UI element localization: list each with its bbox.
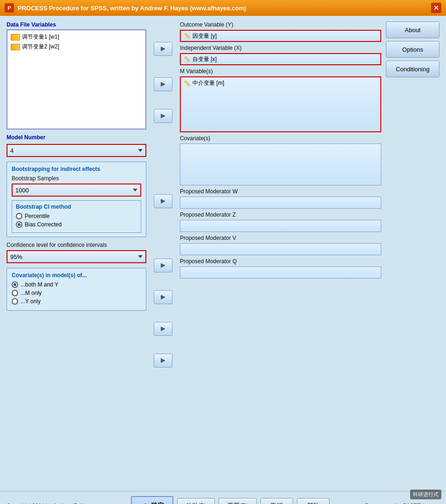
reset-button[interactable]: 重置(R) <box>219 498 257 504</box>
svg-marker-3 <box>161 199 165 204</box>
bootstrap-samples-label: Bootstrap Samples <box>12 175 141 182</box>
title-bar: P PROCESS Procedure for SPSS, written by… <box>0 0 446 16</box>
data-file-label: Data File Variables <box>7 21 146 28</box>
m-variable-value: 中介变量 [m] <box>192 79 224 87</box>
list-item[interactable]: 📏 调节变量1 [w1] <box>9 32 144 42</box>
ci-method-box: Bootstrap CI method Percentile Bias Corr… <box>12 200 141 233</box>
bootstrap-dropdown-arrow-icon <box>133 189 137 191</box>
ruler-icon-y: 📏 <box>184 33 191 39</box>
svg-marker-4 <box>161 263 165 268</box>
independent-variable-section: Independent Variable (X) 📏 自变量 [x] <box>180 45 381 65</box>
app-icon: P <box>5 3 14 13</box>
list-item[interactable]: 📏 调节变量2 [w2] <box>9 42 144 52</box>
bootstrap-samples-dropdown[interactable]: 1000 <box>12 184 141 197</box>
covariates-field[interactable] <box>180 143 381 185</box>
bootstrap-group-label: Bootstrapping for indirect effects <box>12 166 141 172</box>
covariates-section: Covariate(s) <box>180 135 381 185</box>
outcome-variable-label: Outcome Variable (Y) <box>180 21 381 28</box>
moderator-w-label: Proposed Moderator W <box>180 188 381 195</box>
arrow-independent-button[interactable] <box>154 77 172 91</box>
moderator-w-section: Proposed Moderator W <box>180 188 381 209</box>
moderator-q-section: Proposed Moderator Q <box>180 258 381 279</box>
ruler-icon-m: 📏 <box>184 80 191 87</box>
left-column: Data File Variables 📏 调节变量1 [w1] 📏 调节变量2… <box>7 21 146 485</box>
moderator-v-section: Proposed Moderator V <box>180 235 381 255</box>
conditioning-button[interactable]: Conditioning <box>386 61 439 77</box>
independent-variable-label: Independent Variable (X) <box>180 45 381 51</box>
close-button[interactable]: ✕ <box>431 3 441 13</box>
svg-marker-2 <box>161 114 165 118</box>
arrow-moderator-z-button[interactable] <box>154 290 172 304</box>
confidence-label: Confidence level for confidence interval… <box>7 242 146 248</box>
about-button[interactable]: About <box>386 21 439 38</box>
variable-list[interactable]: 📏 调节变量1 [w1] 📏 调节变量2 [w2] <box>7 29 146 129</box>
both-my-radio-row[interactable]: ...both M and Y <box>12 281 141 288</box>
moderator-v-label: Proposed Moderator V <box>180 235 381 241</box>
bottom-buttons: ➜ 确定 粘贴(P) 重置(R) 取消 帮助 <box>96 496 365 504</box>
percentile-radio-row[interactable]: Percentile <box>16 213 137 219</box>
svg-marker-6 <box>161 327 165 331</box>
ruler-icon-1: 📏 <box>11 34 20 41</box>
arrow-moderator-q-button[interactable] <box>154 354 172 368</box>
bootstrap-samples-value: 1000 <box>15 187 29 194</box>
bootstrap-section: Bootstrapping for indirect effects Boots… <box>7 162 146 237</box>
covariates-label: Covariate(s) <box>180 135 381 142</box>
var-name-2: 调节变量2 [w2] <box>22 43 59 51</box>
m-variables-field[interactable]: 📏 中介变量 [m] <box>180 76 381 132</box>
moderator-w-field[interactable] <box>180 197 381 209</box>
y-only-radio[interactable] <box>12 298 18 305</box>
outcome-variable-field[interactable]: 📏 因变量 [y] <box>180 30 381 42</box>
arrow-moderator-w-button[interactable] <box>154 259 172 272</box>
m-only-radio-row[interactable]: ...M only <box>12 290 141 296</box>
arrow-outcome-button[interactable] <box>154 42 172 56</box>
m-only-radio[interactable] <box>12 290 18 296</box>
bias-corrected-radio[interactable] <box>16 221 22 228</box>
moderator-z-field[interactable] <box>180 220 381 232</box>
moderator-q-field[interactable] <box>180 266 381 279</box>
arrow-covariates-button[interactable] <box>154 194 172 208</box>
moderator-z-section: Proposed Moderator Z <box>180 211 381 232</box>
m-variables-label: M Variable(s) <box>180 68 381 75</box>
covariate-model-label: Covariate(s) in model(s) of... <box>12 272 141 279</box>
bottom-bar: Copyright 2014 by Andrew F. Hayes ➜ 确定 粘… <box>0 491 446 504</box>
cancel-button[interactable]: 取消 <box>261 498 293 504</box>
arrow-mvariables-button[interactable] <box>154 109 172 123</box>
watermark: 科研进行式 <box>410 490 441 499</box>
confirm-button[interactable]: ➜ 确定 <box>131 496 173 504</box>
y-only-radio-row[interactable]: ...Y only <box>12 298 141 305</box>
main-content: Data File Variables 📏 调节变量1 [w1] 📏 调节变量2… <box>0 16 446 491</box>
both-my-radio[interactable] <box>12 281 18 288</box>
outcome-variable-section: Outcome Variable (Y) 📏 因变量 [y] <box>180 21 381 42</box>
independent-variable-field[interactable]: 📏 自变量 [x] <box>180 53 381 65</box>
outcome-variable-value: 因变量 [y] <box>192 32 217 40</box>
bias-corrected-radio-row[interactable]: Bias Corrected <box>16 221 137 228</box>
m-variables-section: M Variable(s) 📏 中介变量 [m] <box>180 68 381 132</box>
var-name-1: 调节变量1 [w1] <box>22 33 59 41</box>
title-bar-left: P PROCESS Procedure for SPSS, written by… <box>5 3 246 13</box>
paste-button[interactable]: 粘贴(P) <box>177 498 215 504</box>
data-file-section: Data File Variables 📏 调节变量1 [w1] 📏 调节变量2… <box>7 21 146 129</box>
ruler-icon-2: 📏 <box>11 44 20 50</box>
confidence-dropdown[interactable]: 95% <box>7 250 146 263</box>
svg-marker-7 <box>161 358 165 363</box>
moderator-q-label: Proposed Moderator Q <box>180 258 381 265</box>
right-column: Outcome Variable (Y) 📏 因变量 [y] Independe… <box>180 21 381 485</box>
svg-marker-0 <box>161 47 165 51</box>
options-button[interactable]: Options <box>386 41 439 58</box>
moderator-v-field[interactable] <box>180 243 381 255</box>
model-number-section: Model Number 4 <box>7 134 146 157</box>
arrow-column <box>151 21 175 485</box>
model-number-dropdown[interactable]: 4 <box>7 144 146 157</box>
confidence-value: 95% <box>10 253 22 260</box>
both-my-label: ...both M and Y <box>21 281 58 288</box>
model-number-value: 4 <box>10 147 14 154</box>
arrow-moderator-v-button[interactable] <box>154 322 172 336</box>
confidence-section: Confidence level for confidence interval… <box>7 242 146 263</box>
help-button[interactable]: 帮助 <box>297 498 329 504</box>
dropdown-arrow-icon <box>138 149 143 152</box>
y-only-label: ...Y only <box>21 298 41 305</box>
covariate-model-section: Covariate(s) in model(s) of... ...both M… <box>7 268 146 311</box>
confidence-dropdown-arrow-icon <box>138 255 143 258</box>
percentile-radio[interactable] <box>16 213 22 219</box>
model-number-label: Model Number <box>7 134 146 141</box>
